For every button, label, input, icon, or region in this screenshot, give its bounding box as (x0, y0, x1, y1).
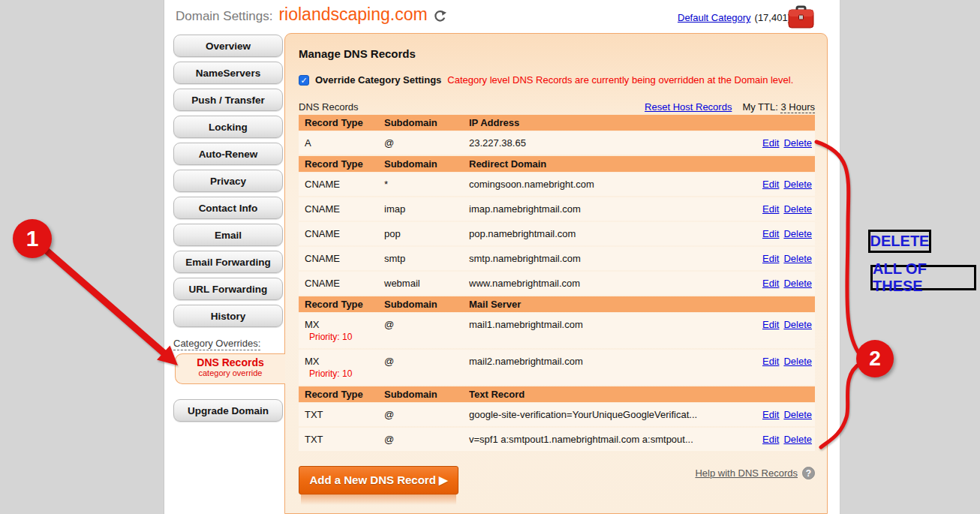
dns-panel: Manage DNS Records ✓ Override Category S… (284, 33, 828, 514)
delete-link[interactable]: Delete (783, 278, 812, 289)
delete-link[interactable]: Delete (783, 228, 812, 239)
subdomain-cell: smtp (384, 253, 469, 264)
actions-cell: EditDelete (740, 319, 815, 330)
record-type-value: CNAME (305, 278, 384, 289)
record-type-cell: TXT (305, 409, 384, 420)
edit-link[interactable]: Edit (762, 253, 779, 264)
dns-records-tab-label: DNS Records (176, 357, 285, 368)
value-cell: v=spf1 a:smtpout1.namebrightmail.com a:s… (469, 434, 740, 445)
actions-cell: EditDelete (740, 409, 815, 420)
edit-link[interactable]: Edit (762, 179, 779, 190)
subdomain-cell: @ (384, 356, 469, 367)
record-type-header: Record Type (305, 299, 384, 310)
sidebar-item-email[interactable]: Email (173, 224, 283, 246)
category-overrides-label: Category Overrides: (173, 338, 260, 350)
actions-cell: EditDelete (740, 278, 815, 289)
sidebar-item-dns-records[interactable]: DNS Records category override (175, 353, 285, 384)
sidebar-item-locking[interactable]: Locking (173, 116, 283, 138)
delete-link[interactable]: Delete (783, 253, 812, 264)
delete-link[interactable]: Delete (783, 409, 812, 420)
edit-link[interactable]: Edit (762, 434, 779, 445)
dns-record-row: CNAMEpoppop.namebrightmail.comEditDelete (299, 222, 815, 245)
delete-link[interactable]: Delete (783, 319, 812, 330)
sidebar-item-history[interactable]: History (173, 305, 283, 327)
edit-link[interactable]: Edit (762, 409, 779, 420)
actions-cell: EditDelete (740, 203, 815, 215)
subdomain-cell: @ (384, 137, 469, 149)
priority-note: Priority: 10 (305, 367, 384, 379)
actions-cell: EditDelete (740, 356, 815, 367)
dns-records-table: Record TypeSubdomainIP AddressA@23.227.3… (299, 115, 815, 451)
help-dns-records-link[interactable]: Help with DNS Records (695, 467, 798, 479)
dns-records-tab-sublabel: category override (176, 368, 285, 378)
header-right: Default Category (17,401) (678, 12, 791, 23)
dns-record-row: CNAMEwebmailwww.namebrightmail.comEditDe… (299, 272, 815, 295)
help-row: Help with DNS Records ? (695, 467, 815, 479)
default-category-count: (17,401) (755, 12, 791, 23)
page-title: Domain Settings: (176, 9, 272, 24)
override-row: ✓ Override Category Settings Category le… (299, 74, 815, 86)
content-card: Domain Settings: riolandscaping.com Defa… (164, 0, 840, 514)
record-type-value: CNAME (305, 203, 384, 215)
value-header: IP Address (469, 117, 815, 128)
annotation-step-1: 1 (13, 219, 52, 258)
edit-link[interactable]: Edit (762, 356, 779, 367)
sidebar-item-email-forwarding[interactable]: Email Forwarding (173, 251, 283, 273)
ttl-label: My TTL: 3 Hours (742, 101, 815, 113)
record-type-cell: MXPriority: 10 (305, 319, 384, 342)
add-dns-record-button[interactable]: Add a New DNS Record ▶ (299, 466, 458, 494)
edit-link[interactable]: Edit (762, 203, 779, 215)
annotation-delete-label: DELETE (868, 230, 931, 253)
sidebar-item-push-transfer[interactable]: Push / Transfer (173, 89, 283, 111)
edit-link[interactable]: Edit (762, 278, 779, 289)
edit-link[interactable]: Edit (762, 137, 779, 149)
question-mark-icon[interactable]: ? (802, 467, 815, 479)
value-cell: www.namebrightmail.com (469, 278, 740, 289)
toolbox-icon[interactable] (788, 5, 814, 29)
ttl-value-dropdown[interactable]: 3 Hours (780, 101, 815, 113)
record-type-cell: CNAME (305, 253, 384, 264)
subdomain-cell: * (384, 179, 469, 190)
table-label-row: DNS Records Reset Host Records My TTL: 3… (299, 101, 815, 113)
value-cell: 23.227.38.65 (469, 137, 740, 149)
subdomain-cell: webmail (384, 278, 469, 289)
refresh-icon[interactable] (434, 10, 446, 23)
actions-cell: EditDelete (740, 253, 815, 264)
actions-cell: EditDelete (740, 179, 815, 190)
subdomain-cell: @ (384, 409, 469, 420)
value-cell: imap.namebrightmail.com (469, 203, 740, 215)
table-label: DNS Records (299, 101, 358, 113)
sidebar-nav: OverviewNameServersPush / TransferLockin… (173, 35, 283, 332)
record-type-cell: MXPriority: 10 (305, 356, 384, 379)
value-cell: google-site-verification=YourUniqueGoogl… (469, 409, 740, 420)
delete-link[interactable]: Delete (783, 434, 812, 445)
sidebar-item-overview[interactable]: Overview (173, 35, 283, 57)
sidebar-item-nameservers[interactable]: NameServers (173, 62, 283, 84)
dns-record-row: A@23.227.38.65EditDelete (299, 131, 815, 155)
upgrade-domain-button[interactable]: Upgrade Domain (173, 399, 283, 422)
record-type-cell: CNAME (305, 228, 384, 239)
reset-host-records-link[interactable]: Reset Host Records (645, 101, 732, 113)
sidebar-item-url-forwarding[interactable]: URL Forwarding (173, 278, 283, 300)
sidebar-item-auto-renew[interactable]: Auto-Renew (173, 143, 283, 165)
override-checkbox[interactable]: ✓ (299, 75, 309, 86)
record-type-value: MX (305, 319, 384, 330)
delete-link[interactable]: Delete (783, 356, 812, 367)
dns-record-row: CNAMEimapimap.namebrightmail.comEditDele… (299, 197, 815, 221)
delete-link[interactable]: Delete (783, 137, 812, 149)
delete-link[interactable]: Delete (783, 179, 812, 190)
section-header-row: Record TypeSubdomainRedirect Domain (299, 156, 815, 172)
delete-link[interactable]: Delete (783, 203, 812, 215)
record-type-value: MX (305, 356, 384, 367)
page-header: Domain Settings: riolandscaping.com (176, 5, 446, 25)
record-type-value: TXT (305, 409, 384, 420)
sidebar-item-privacy[interactable]: Privacy (173, 170, 283, 192)
default-category-link[interactable]: Default Category (678, 12, 751, 23)
actions-cell: EditDelete (740, 228, 815, 239)
edit-link[interactable]: Edit (762, 319, 779, 330)
subdomain-cell: @ (384, 434, 469, 445)
sidebar-item-contact-info[interactable]: Contact Info (173, 197, 283, 219)
edit-link[interactable]: Edit (762, 228, 779, 239)
section-header-row: Record TypeSubdomainIP Address (299, 115, 815, 131)
subdomain-cell: pop (384, 228, 469, 239)
